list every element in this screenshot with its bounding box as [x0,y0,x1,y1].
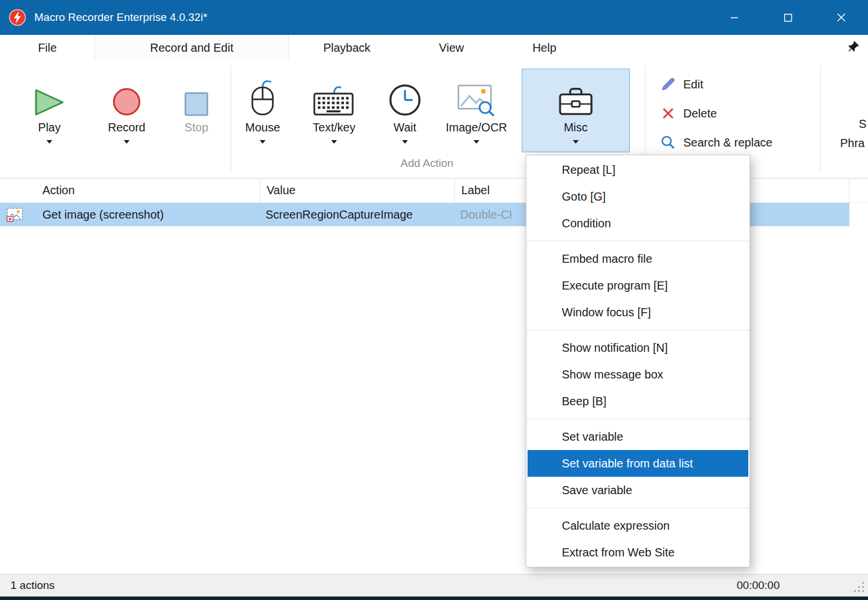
screenshot-row-icon [6,206,23,223]
menubar: File Record and Edit Playback View Help [0,35,868,60]
clock-icon [382,69,428,119]
menu-item-beep[interactable]: Beep [B] [526,388,749,415]
tab-view[interactable]: View [405,35,498,60]
window-title: Macro Recorder Enterprise 4.0.32i* [34,11,207,24]
menu-separator [526,330,749,330]
row-label-cell: Double-Cl [460,203,512,226]
textkey-label: Text/key [313,119,355,135]
image-ocr-icon [441,69,512,119]
window-bottom-border [0,597,868,600]
menu-separator [526,508,749,508]
play-label: Play [38,119,61,135]
menu-item-repeat[interactable]: Repeat [L] [526,156,749,183]
close-button[interactable] [815,0,868,35]
search-icon [660,134,676,151]
keyboard-icon [307,69,361,119]
mouse-label: Mouse [245,119,280,135]
menu-item-extract-from-web-site[interactable]: Extract from Web Site [526,539,749,566]
search-replace-label: Search & replace [683,136,772,149]
tab-record-and-edit-label: Record and Edit [150,41,233,55]
pin-icon[interactable] [847,40,860,54]
clipped-group-text-2: Phra [840,137,865,150]
menu-item-goto[interactable]: Goto [G] [526,183,749,210]
app-window: Macro Recorder Enterprise 4.0.32i* File … [0,0,868,600]
play-button[interactable]: Play [23,69,76,152]
imageocr-label: Image/OCR [446,119,507,135]
menu-item-execute-program[interactable]: Execute program [E] [526,272,749,299]
record-dropdown-arrow[interactable] [124,140,130,144]
record-icon [96,69,157,119]
wait-dropdown-arrow[interactable] [402,140,408,144]
menu-separator [526,419,749,419]
tab-view-label: View [439,41,464,55]
ribbon-separator [820,65,821,172]
play-icon [24,69,75,119]
menu-item-set-variable[interactable]: Set variable [526,423,749,450]
menu-item-set-variable-from-data-list[interactable]: Set variable from data list [528,450,748,477]
titlebar: Macro Recorder Enterprise 4.0.32i* [0,0,868,35]
ribbon-separator [231,65,231,172]
row-action-cell: Get image (screenshot) [42,203,164,226]
record-label: Record [108,119,145,135]
resize-grip[interactable] [853,581,866,594]
edit-label: Edit [683,78,703,91]
imageocr-button[interactable]: Image/OCR [440,69,512,152]
maximize-button[interactable] [761,0,815,35]
menu-item-calculate-expression[interactable]: Calculate expression [526,512,749,539]
menu-item-show-message-box[interactable]: Show message box [526,361,749,388]
misc-label: Misc [564,119,587,135]
tab-help[interactable]: Help [498,35,591,60]
wait-label: Wait [393,119,416,135]
stop-button: Stop [171,69,222,152]
menu-item-condition[interactable]: Condition [526,210,749,237]
app-icon [9,9,26,26]
caption-buttons [708,0,868,35]
column-header-action[interactable]: Action [36,178,260,203]
play-dropdown-arrow[interactable] [46,140,52,144]
record-button[interactable]: Record [96,69,157,152]
edit-pencil-icon [660,76,676,92]
minimize-button[interactable] [708,0,761,35]
search-replace-button[interactable]: Search & replace [654,130,778,155]
misc-dropdown-arrow[interactable] [573,140,579,144]
status-timer: 00:00:00 [737,574,780,597]
tab-playback-label: Playback [323,41,370,55]
status-action-count: 1 actions [10,574,55,597]
column-header-value[interactable]: Value [260,178,454,203]
imageocr-dropdown-arrow[interactable] [474,140,479,144]
wait-button[interactable]: Wait [382,69,428,152]
menu-item-window-focus[interactable]: Window focus [F] [526,299,749,326]
delete-label: Delete [683,107,717,120]
tab-help-label: Help [532,41,556,55]
mouse-icon [240,69,285,119]
menu-separator [526,241,749,241]
misc-button[interactable]: Misc [522,69,630,152]
misc-briefcase-icon [522,69,629,119]
menu-item-show-notification[interactable]: Show notification [N] [526,334,749,361]
tab-file[interactable]: File [0,35,95,60]
tab-playback[interactable]: Playback [289,35,405,60]
tab-record-and-edit[interactable]: Record and Edit [95,35,289,60]
stop-icon [171,69,221,119]
statusbar: 1 actions 00:00:00 [0,574,868,597]
delete-x-icon [660,105,676,122]
edit-button[interactable]: Edit [654,72,709,97]
delete-button[interactable]: Delete [654,101,723,126]
textkey-button[interactable]: Text/key [306,69,362,152]
menu-item-embed-macro-file[interactable]: Embed macro file [526,245,749,272]
row-value-cell: ScreenRegionCaptureImage [266,203,413,226]
clipped-group-text-1: S [859,117,866,131]
tab-file-label: File [38,41,56,55]
mouse-button[interactable]: Mouse [239,69,286,152]
mouse-dropdown-arrow[interactable] [260,140,266,144]
misc-dropdown-menu: Repeat [L] Goto [G] Condition Embed macr… [526,155,750,567]
stop-label: Stop [184,119,208,135]
menu-item-save-variable[interactable]: Save variable [526,477,749,503]
textkey-dropdown-arrow[interactable] [331,140,337,144]
